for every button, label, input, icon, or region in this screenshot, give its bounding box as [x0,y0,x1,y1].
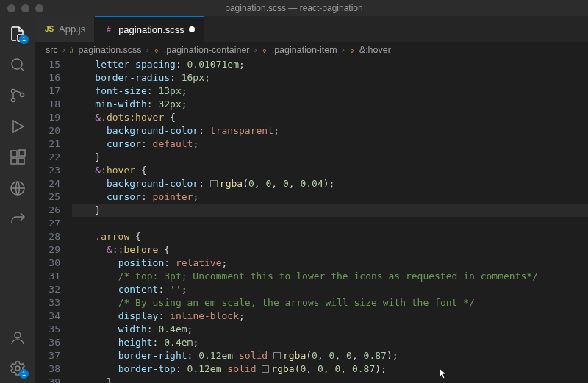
titlebar: pagination.scss — react-pagination [0,0,588,16]
breadcrumb-item[interactable]: src [46,45,58,55]
explorer-icon[interactable]: 1 [0,19,35,49]
svg-point-2 [12,90,15,93]
line-number: 15 [35,58,60,71]
line-number: 19 [35,111,60,124]
tab-App-js[interactable]: JSApp.js [35,16,95,42]
line-number: 17 [35,85,60,98]
code-line[interactable]: cursor: default; [72,137,588,151]
line-number: 32 [35,283,60,296]
code-line[interactable]: &.dots:hover { [72,111,588,124]
search-icon[interactable] [0,50,35,79]
code-line[interactable]: border-top: 0.12em solid rgba(0, 0, 0, 0… [72,362,588,376]
code-line[interactable]: content: ''; [72,283,588,296]
svg-rect-6 [11,158,17,164]
code-line[interactable]: /* top: 3pt; Uncomment this to lower the… [72,270,588,283]
remote-icon[interactable] [0,173,35,203]
code-line[interactable]: width: 0.4em; [72,323,588,336]
activity-bar: 1 1 [0,16,35,383]
code-line[interactable]: &::before { [72,243,588,257]
debug-icon[interactable] [0,112,35,141]
window-title: pagination.scss — react-pagination [0,3,588,13]
symbol-icon: ⬨ [154,45,159,55]
color-swatch-icon [273,352,281,359]
code-line[interactable]: display: inline-block; [72,309,588,323]
line-number: 21 [35,137,60,151]
breadcrumb-item[interactable]: &:hover [359,45,391,55]
svg-rect-8 [19,150,25,156]
settings-badge: 1 [19,369,29,379]
code-line[interactable]: font-size: 13px; [72,85,588,98]
line-number: 27 [35,217,60,230]
line-number: 28 [35,230,60,243]
code-line[interactable]: border-radius: 16px; [72,71,588,85]
code-line[interactable]: min-width: 32px; [72,98,588,111]
chevron-right-icon: › [254,45,257,55]
line-number: 33 [35,296,60,309]
chevron-right-icon: › [146,45,149,55]
chevron-right-icon: › [342,45,345,55]
code-line[interactable]: letter-spacing: 0.01071em; [72,58,588,71]
code-line[interactable]: } [72,204,588,217]
settings-icon[interactable]: 1 [0,354,35,383]
color-swatch-icon [262,365,269,373]
breadcrumb-item[interactable]: .pagination-container [164,45,250,55]
line-number: 37 [35,349,60,362]
code-line[interactable]: border-right: 0.12em solid rgba(0, 0, 0,… [72,349,588,362]
tab-label: App.js [59,24,85,35]
line-number: 16 [35,71,60,85]
code-editor[interactable]: 1516171819202122232425262728293031323334… [35,58,588,383]
code-line[interactable]: &:hover { [72,164,588,177]
file-icon: # [104,24,114,35]
breadcrumb-item[interactable]: pagination.scss [78,45,141,55]
dirty-indicator-icon [189,26,195,32]
svg-rect-7 [18,158,24,164]
symbol-icon: ⬨ [349,45,355,55]
line-number: 36 [35,336,60,349]
tab-pagination-scss[interactable]: #pagination.scss [95,16,204,42]
breadcrumb-item[interactable]: .pagination-item [272,45,337,55]
maximize-window-icon[interactable] [35,4,43,12]
chevron-right-icon: › [62,45,65,55]
code-line[interactable]: position: relative; [72,257,588,270]
line-number: 20 [35,124,60,137]
symbol-icon: ⬨ [262,45,268,55]
window-controls [0,4,43,12]
color-swatch-icon [210,180,218,187]
file-icon: # [70,46,74,54]
svg-point-3 [12,99,15,102]
line-number: 23 [35,164,60,177]
code-line[interactable]: height: 0.4em; [72,336,588,349]
close-window-icon[interactable] [7,4,15,12]
code-line[interactable]: /* By using an em scale, the arrows will… [72,296,588,309]
code-line[interactable]: background-color: transparent; [72,124,588,137]
line-number: 39 [35,376,60,383]
line-gutter: 1516171819202122232425262728293031323334… [35,58,72,383]
line-number: 31 [35,270,60,283]
file-icon: JS [44,24,54,35]
code-line[interactable]: } [72,376,588,383]
code-line[interactable]: background-color: rgba(0, 0, 0, 0.04); [72,177,588,190]
share-icon[interactable] [0,204,35,234]
line-number: 38 [35,362,60,376]
extensions-icon[interactable] [0,143,35,172]
code-line[interactable] [72,217,588,230]
svg-point-11 [15,366,20,371]
minimize-window-icon[interactable] [21,4,29,12]
code-line[interactable]: cursor: pointer; [72,190,588,204]
line-number: 35 [35,323,60,336]
line-number: 30 [35,257,60,270]
source-control-icon[interactable] [0,81,35,110]
line-number: 26 [35,204,60,217]
code-line[interactable]: } [72,151,588,164]
line-number: 24 [35,177,60,190]
account-icon[interactable] [0,323,35,352]
line-number: 25 [35,190,60,204]
line-number: 29 [35,243,60,257]
code-line[interactable]: .arrow { [72,230,588,243]
breadcrumb[interactable]: src›#pagination.scss›⬨.pagination-contai… [35,42,588,58]
svg-rect-5 [11,151,17,157]
svg-point-1 [12,59,22,69]
tab-label: pagination.scss [118,24,184,35]
svg-point-10 [15,332,21,338]
code-content[interactable]: letter-spacing: 0.01071em; border-radius… [72,58,588,383]
